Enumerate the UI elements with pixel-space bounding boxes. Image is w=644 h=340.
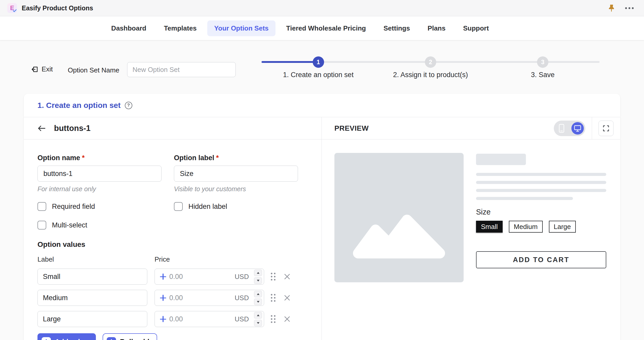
swatch-large[interactable]: Large xyxy=(549,221,576,233)
app-top-bar: E Easify Product Options xyxy=(0,0,644,16)
remove-value-button[interactable] xyxy=(283,273,291,280)
price-field[interactable]: USD xyxy=(155,290,264,306)
swatch-medium[interactable]: Medium xyxy=(509,221,542,233)
arrow-up-icon xyxy=(257,314,259,316)
back-arrow-icon xyxy=(37,124,46,132)
arrow-up-icon xyxy=(257,293,259,295)
exit-label: Exit xyxy=(42,65,53,73)
stepper-down-button[interactable] xyxy=(254,277,262,284)
price-stepper xyxy=(254,312,262,326)
swatch-small[interactable]: Small xyxy=(476,221,503,233)
value-label-input[interactable] xyxy=(37,269,147,285)
desktop-icon xyxy=(574,125,581,132)
exit-button[interactable]: Exit xyxy=(31,65,53,73)
drag-handle[interactable] xyxy=(271,315,275,323)
more-menu-button[interactable] xyxy=(625,7,634,9)
option-name-field-group: Option name* For internal use only xyxy=(37,154,162,193)
stepper-up-button[interactable] xyxy=(254,270,262,276)
price-input[interactable] xyxy=(169,273,232,281)
skeleton-line xyxy=(476,189,606,192)
tab-dashboard[interactable]: Dashboard xyxy=(104,20,153,36)
option-label-field-group: Option label* Visible to your customers xyxy=(174,154,298,193)
remove-value-button[interactable] xyxy=(283,315,291,323)
header-divider xyxy=(592,117,592,139)
help-icon[interactable]: ? xyxy=(125,102,132,109)
arrow-down-icon xyxy=(257,301,259,303)
option-values-title: Option values xyxy=(37,240,311,249)
desktop-preview-button[interactable] xyxy=(571,122,584,135)
checkbox-box[interactable] xyxy=(174,202,183,211)
tab-settings[interactable]: Settings xyxy=(377,20,417,36)
exit-icon xyxy=(31,65,39,73)
preview-header: PREVIEW xyxy=(322,117,620,139)
price-stepper xyxy=(254,270,262,284)
preview-swatch-row: Small Medium Large xyxy=(476,221,606,233)
section-title: 1. Create an option set xyxy=(37,101,121,110)
skeleton-line xyxy=(476,173,606,176)
tab-support[interactable]: Support xyxy=(456,20,496,36)
price-field[interactable]: USD xyxy=(155,311,264,327)
checkbox-box[interactable] xyxy=(37,202,46,211)
stepper-up-button[interactable] xyxy=(254,312,262,319)
remove-value-button[interactable] xyxy=(283,294,291,302)
editor-header: buttons-1 xyxy=(24,117,321,139)
plus-icon xyxy=(160,316,166,322)
editor-column: buttons-1 Option name* For internal use … xyxy=(24,117,322,340)
option-label-input[interactable] xyxy=(174,166,298,182)
app-title: Easify Product Options xyxy=(22,4,93,12)
logo-check-icon xyxy=(13,9,17,12)
stepper-down-button[interactable] xyxy=(254,299,262,305)
option-value-row: USD xyxy=(37,269,311,285)
tab-your-option-sets[interactable]: Your Option Sets xyxy=(207,20,275,36)
step-2-circle[interactable]: 2 xyxy=(425,56,436,68)
stepper-down-button[interactable] xyxy=(254,320,262,326)
close-icon xyxy=(283,294,291,302)
option-name-input[interactable] xyxy=(37,166,162,182)
tab-plans[interactable]: Plans xyxy=(421,20,453,36)
step-1-label: 1. Create an option set xyxy=(283,71,354,79)
option-set-name-input[interactable] xyxy=(127,62,236,77)
tab-tiered-wholesale-pricing[interactable]: Tiered Wholesale Pricing xyxy=(279,20,373,36)
close-icon xyxy=(283,273,291,280)
plus-square-icon xyxy=(107,337,116,340)
preview-body: Size Small Medium Large ADD TO CART xyxy=(322,139,620,282)
product-info: Size Small Medium Large ADD TO CART xyxy=(476,153,606,282)
back-button[interactable] xyxy=(37,124,46,132)
required-asterisk: * xyxy=(216,154,219,162)
required-field-checkbox[interactable]: Required field xyxy=(37,202,162,211)
drag-handle[interactable] xyxy=(271,273,275,280)
tab-templates[interactable]: Templates xyxy=(157,20,204,36)
skeleton-line xyxy=(476,197,573,200)
arrow-down-icon xyxy=(257,280,259,282)
price-input[interactable] xyxy=(169,294,232,302)
option-set-title: buttons-1 xyxy=(54,124,90,133)
checkbox-box[interactable] xyxy=(37,221,46,230)
step-1-circle[interactable]: 1 xyxy=(313,56,324,68)
value-label-input[interactable] xyxy=(37,290,147,306)
bulk-add-button[interactable]: Bulk add xyxy=(103,333,157,340)
skeleton-title xyxy=(476,154,526,165)
preview-title: PREVIEW xyxy=(334,124,369,132)
step-3-circle[interactable]: 3 xyxy=(537,56,548,68)
stepper-up-button[interactable] xyxy=(254,291,262,297)
main-nav: Dashboard Templates Your Option Sets Tie… xyxy=(0,16,644,40)
stepper-progress xyxy=(262,61,318,63)
hidden-label-checkbox[interactable]: Hidden label xyxy=(174,202,298,211)
product-image-placeholder xyxy=(334,153,464,282)
option-value-row: USD xyxy=(37,290,311,306)
fullscreen-button[interactable] xyxy=(599,121,614,136)
mountain-icon xyxy=(347,209,451,260)
multi-select-checkbox[interactable]: Multi-select xyxy=(37,221,162,230)
value-label-input[interactable] xyxy=(37,311,147,327)
price-field[interactable]: USD xyxy=(155,269,264,285)
pin-icon[interactable] xyxy=(608,4,615,12)
price-input[interactable] xyxy=(169,315,232,323)
preview-option-label: Size xyxy=(476,208,606,216)
drag-handle[interactable] xyxy=(271,294,275,302)
close-icon xyxy=(283,315,291,323)
add-value-button[interactable]: Add value xyxy=(37,333,96,340)
mobile-preview-button[interactable] xyxy=(555,122,568,135)
option-value-row: USD xyxy=(37,311,311,327)
add-to-cart-button[interactable]: ADD TO CART xyxy=(476,251,606,268)
option-label-helper: Visible to your customers xyxy=(174,185,298,193)
